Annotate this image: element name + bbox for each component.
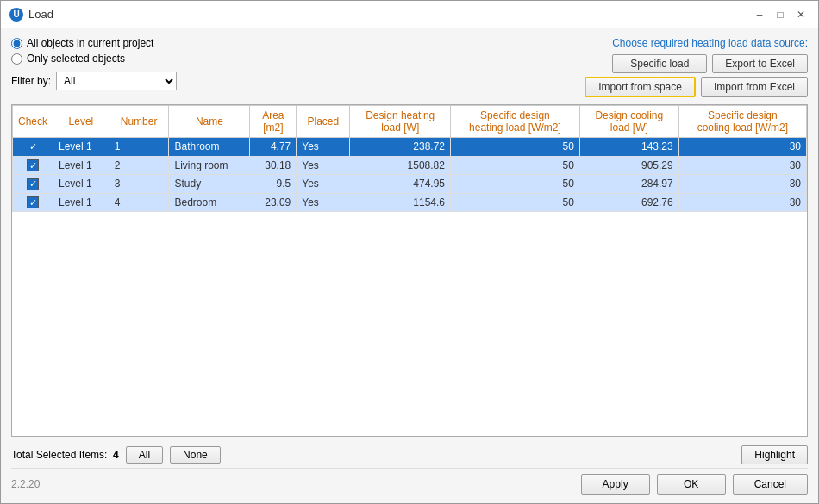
cell-sdhl: 50 xyxy=(450,138,579,157)
col-level: Level xyxy=(53,106,109,138)
title-bar-left: U Load xyxy=(9,8,53,22)
cell-number: 2 xyxy=(109,156,169,175)
filter-row: Filter by: All xyxy=(11,72,177,90)
col-name: Name xyxy=(169,106,250,138)
cell-dhl: 238.72 xyxy=(350,138,451,157)
cell-name: Bedroom xyxy=(169,193,250,212)
export-excel-button[interactable]: Export to Excel xyxy=(712,54,808,73)
cell-sdcl: 30 xyxy=(678,156,806,175)
footer-buttons: Apply OK Cancel xyxy=(581,474,808,495)
table-header-row: Check Level Number Name Area[m2] Placed … xyxy=(13,106,807,138)
table-row[interactable]: ✓ Level 1 1 Bathroom 4.77 Yes 238.72 50 … xyxy=(13,138,807,157)
title-bar: U Load – □ ✕ xyxy=(1,1,818,28)
import-excel-button[interactable]: Import from Excel xyxy=(701,77,808,97)
cell-area: 9.5 xyxy=(250,175,297,194)
right-buttons: Choose required heating load data source… xyxy=(585,37,808,97)
cell-level: Level 1 xyxy=(53,138,109,157)
footer-bar: 2.2.20 Apply OK Cancel xyxy=(11,468,808,498)
cell-level: Level 1 xyxy=(53,175,109,194)
cell-sdcl: 30 xyxy=(678,193,806,212)
cell-area: 30.18 xyxy=(250,156,297,175)
data-table: Check Level Number Name Area[m2] Placed … xyxy=(12,105,807,212)
left-options: All objects in current project Only sele… xyxy=(11,37,177,90)
bottom-bar: Total Selected Items: 4 All None Highlig… xyxy=(11,442,808,468)
col-sdhl: Specific designheating load [W/m2] xyxy=(450,106,579,138)
cell-dcl: 905.29 xyxy=(579,156,678,175)
cell-dcl: 143.23 xyxy=(579,138,678,157)
highlight-button[interactable]: Highlight xyxy=(741,445,808,464)
cell-placed: Yes xyxy=(297,156,350,175)
col-dcl: Design coolingload [W] xyxy=(579,106,678,138)
top-section: All objects in current project Only sele… xyxy=(11,37,808,97)
cell-number: 4 xyxy=(109,193,169,212)
table-row[interactable]: ✓ Level 1 2 Living room 30.18 Yes 1508.8… xyxy=(13,156,807,175)
cell-area: 23.09 xyxy=(250,193,297,212)
table-container: Check Level Number Name Area[m2] Placed … xyxy=(11,104,808,437)
total-count: 4 xyxy=(113,449,119,461)
ok-button[interactable]: OK xyxy=(657,474,726,495)
checkbox[interactable]: ✓ xyxy=(27,141,39,153)
specific-load-button[interactable]: Specific load xyxy=(612,54,707,73)
col-dhl: Design heatingload [W] xyxy=(350,106,451,138)
cell-area: 4.77 xyxy=(250,138,297,157)
cell-check[interactable]: ✓ xyxy=(13,156,53,175)
cell-sdhl: 50 xyxy=(450,193,579,212)
cell-check[interactable]: ✓ xyxy=(13,193,53,212)
col-number: Number xyxy=(109,106,169,138)
checkbox[interactable]: ✓ xyxy=(27,178,39,190)
cell-dhl: 1508.82 xyxy=(350,156,451,175)
cell-level: Level 1 xyxy=(53,193,109,212)
close-button[interactable]: ✕ xyxy=(792,6,810,23)
cell-number: 1 xyxy=(109,138,169,157)
maximize-button[interactable]: □ xyxy=(772,6,789,23)
checkbox[interactable]: ✓ xyxy=(27,159,39,171)
all-objects-radio[interactable]: All objects in current project xyxy=(11,37,177,49)
cancel-button[interactable]: Cancel xyxy=(733,474,808,495)
minimize-button[interactable]: – xyxy=(751,6,768,23)
cell-sdcl: 30 xyxy=(678,175,806,194)
table-row[interactable]: ✓ Level 1 4 Bedroom 23.09 Yes 1154.6 50 … xyxy=(13,193,807,212)
version-text: 2.2.20 xyxy=(11,478,40,490)
cell-dhl: 474.95 xyxy=(350,175,451,194)
cell-name: Study xyxy=(169,175,250,194)
selected-objects-radio[interactable]: Only selected objects xyxy=(11,53,177,65)
title-controls: – □ ✕ xyxy=(751,6,810,23)
cell-placed: Yes xyxy=(297,138,350,157)
col-area: Area[m2] xyxy=(250,106,297,138)
cell-sdhl: 50 xyxy=(450,156,579,175)
filter-select[interactable]: All xyxy=(56,72,177,90)
main-content: All objects in current project Only sele… xyxy=(1,28,818,503)
btn-row-2: Import from space Import from Excel xyxy=(585,77,808,97)
window-title: Load xyxy=(28,8,53,21)
bottom-left: Total Selected Items: 4 All None xyxy=(11,446,221,464)
cell-placed: Yes xyxy=(297,193,350,212)
cell-check[interactable]: ✓ xyxy=(13,138,53,157)
col-sdcl: Specific designcooling load [W/m2] xyxy=(678,106,806,138)
table-body: ✓ Level 1 1 Bathroom 4.77 Yes 238.72 50 … xyxy=(13,138,807,212)
cell-dcl: 284.97 xyxy=(579,175,678,194)
data-source-label: Choose required heating load data source… xyxy=(612,37,808,49)
cell-placed: Yes xyxy=(297,175,350,194)
selected-objects-label: Only selected objects xyxy=(27,53,125,65)
cell-dhl: 1154.6 xyxy=(350,193,451,212)
import-space-button[interactable]: Import from space xyxy=(585,77,696,97)
cell-number: 3 xyxy=(109,175,169,194)
cell-dcl: 692.76 xyxy=(579,193,678,212)
table-row[interactable]: ✓ Level 1 3 Study 9.5 Yes 474.95 50 284.… xyxy=(13,175,807,194)
app-icon: U xyxy=(9,8,23,22)
btn-row-1: Specific load Export to Excel xyxy=(612,54,808,73)
cell-name: Living room xyxy=(169,156,250,175)
cell-level: Level 1 xyxy=(53,156,109,175)
cell-sdhl: 50 xyxy=(450,175,579,194)
cell-sdcl: 30 xyxy=(678,138,806,157)
all-button[interactable]: All xyxy=(126,446,163,464)
checkbox[interactable]: ✓ xyxy=(27,196,39,208)
all-objects-label: All objects in current project xyxy=(27,37,153,49)
apply-button[interactable]: Apply xyxy=(581,474,650,495)
main-window: U Load – □ ✕ All objects in current proj… xyxy=(0,0,819,504)
cell-check[interactable]: ✓ xyxy=(13,175,53,194)
cell-name: Bathroom xyxy=(169,138,250,157)
none-button[interactable]: None xyxy=(170,446,221,464)
total-label: Total Selected Items: 4 xyxy=(11,449,119,461)
col-placed: Placed xyxy=(297,106,350,138)
